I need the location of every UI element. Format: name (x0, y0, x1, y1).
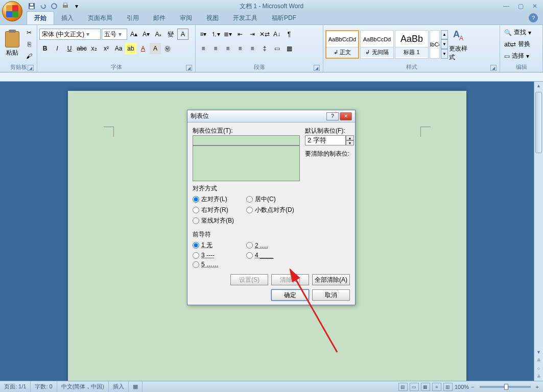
style-more[interactable]: AaBbCcDd (430, 30, 440, 59)
spinner-up[interactable]: ▲ (346, 135, 354, 140)
subscript-button[interactable]: x₂ (88, 43, 100, 54)
redo-icon[interactable] (49, 1, 59, 11)
horizontal-ruler[interactable] (0, 72, 543, 82)
enclose-char-icon[interactable]: ㊙ (162, 43, 173, 54)
status-language[interactable]: 中文(简体，中国) (57, 381, 109, 392)
next-page-icon[interactable]: ≚ (534, 373, 543, 381)
status-insert-mode[interactable]: 插入 (109, 381, 129, 392)
font-launcher[interactable]: ◢ (186, 65, 192, 71)
leader-2-radio[interactable]: 2 ..... (246, 241, 300, 250)
distribute-icon[interactable]: ≡ (247, 43, 258, 54)
select-button[interactable]: ▭选择 ▾ (502, 51, 540, 61)
underline-button[interactable]: U (64, 43, 75, 54)
zoom-level[interactable]: 100% (455, 384, 469, 390)
view-full-screen[interactable]: ▭ (410, 383, 419, 391)
change-styles-button[interactable]: AA 更改样式 (449, 27, 469, 62)
zoom-slider[interactable] (480, 386, 531, 388)
change-case-button[interactable]: Aa (113, 43, 124, 54)
default-tab-input[interactable] (305, 135, 346, 145)
align-right-icon[interactable]: ≡ (222, 43, 233, 54)
align-right-radio[interactable]: 右对齐(R) (193, 206, 246, 214)
tab-foxit[interactable]: 福昕PDF (265, 12, 303, 24)
font-color-button[interactable]: A (137, 43, 149, 54)
increase-indent-icon[interactable]: ⇥ (247, 29, 258, 40)
prev-page-icon[interactable]: ≙ (534, 356, 543, 364)
clipboard-launcher[interactable]: ◢ (28, 65, 34, 71)
dialog-help-button[interactable]: ? (326, 112, 339, 120)
align-center-icon[interactable]: ≡ (210, 43, 221, 54)
align-decimal-radio[interactable]: 小数点对齐(D) (246, 206, 300, 214)
show-marks-icon[interactable]: ¶ (284, 29, 295, 40)
style-heading1[interactable]: AaBb标题 1 (395, 30, 429, 59)
sort-icon[interactable]: A↓ (271, 29, 282, 40)
shading-icon[interactable]: ▭ (271, 43, 282, 54)
decrease-indent-icon[interactable]: ⇤ (234, 29, 246, 40)
style-scroll-up[interactable]: ▲ (441, 30, 448, 40)
view-draft[interactable]: ▥ (443, 383, 453, 391)
superscript-button[interactable]: x² (101, 43, 112, 54)
clear-button[interactable]: 清除(E) (271, 274, 309, 285)
justify-icon[interactable]: ≡ (234, 43, 246, 54)
styles-launcher[interactable]: ◢ (490, 65, 497, 71)
browse-object-icon[interactable]: ○ (534, 364, 543, 373)
scroll-up-icon[interactable]: ▲ (534, 82, 543, 90)
tab-review[interactable]: 审阅 (173, 12, 199, 24)
vertical-scrollbar[interactable]: ▲ ▼ ≙ ○ ≚ (534, 82, 543, 381)
borders-icon[interactable]: ▦ (284, 43, 295, 54)
set-button[interactable]: 设置(S) (230, 274, 268, 285)
tab-layout[interactable]: 页面布局 (81, 12, 120, 24)
grow-font-icon[interactable]: A▴ (128, 29, 139, 40)
save-icon[interactable] (27, 1, 37, 11)
status-macro-icon[interactable]: ▦ (129, 381, 143, 392)
format-painter-icon[interactable]: 🖌 (23, 51, 35, 62)
style-scroll-down[interactable]: ▼ (441, 39, 448, 49)
tab-view[interactable]: 视图 (199, 12, 226, 24)
find-button[interactable]: 🔍查找 ▾ (502, 27, 540, 38)
view-outline[interactable]: ≡ (432, 383, 441, 391)
view-web-layout[interactable]: ▦ (421, 383, 430, 391)
tab-home[interactable]: 开始 (27, 11, 54, 24)
font-size-combo[interactable]: 五号▾ (102, 29, 127, 40)
leader-1-radio[interactable]: 1 无 (193, 241, 246, 250)
status-words[interactable]: 字数: 0 (31, 381, 57, 392)
scroll-down-icon[interactable]: ▼ (534, 348, 543, 356)
strike-button[interactable]: abc (76, 43, 87, 54)
view-print-layout[interactable]: ▤ (398, 383, 408, 391)
zoom-in-button[interactable]: + (536, 384, 539, 390)
align-center-radio[interactable]: 居中(C) (246, 195, 300, 204)
copy-icon[interactable]: ⎘ (23, 39, 35, 50)
help-button[interactable]: ? (529, 13, 538, 22)
replace-button[interactable]: ab⇄替换 (502, 39, 540, 50)
para-launcher[interactable]: ◢ (314, 65, 320, 71)
maximize-button[interactable]: ▢ (514, 2, 527, 10)
tab-position-input[interactable] (193, 135, 300, 145)
numbering-icon[interactable]: ⒈▾ (210, 29, 221, 40)
leader-4-radio[interactable]: 4 ____ (246, 252, 300, 259)
ok-button[interactable]: 确定 (271, 289, 309, 301)
cut-icon[interactable]: ✂ (23, 27, 35, 38)
zoom-out-button[interactable]: − (471, 384, 474, 390)
align-bar-radio[interactable]: 竖线对齐(B) (193, 216, 246, 225)
line-spacing-icon[interactable]: ‡ (259, 43, 270, 54)
style-expand[interactable]: ▼ (441, 49, 448, 59)
minimize-button[interactable]: — (500, 2, 512, 10)
italic-button[interactable]: I (52, 43, 63, 54)
style-no-spacing[interactable]: AaBbCcDd↲ 无间隔 (360, 30, 394, 59)
tab-mailings[interactable]: 邮件 (146, 12, 173, 24)
phonetic-guide-icon[interactable]: 變 (165, 29, 176, 40)
align-left-icon[interactable]: ≡ (198, 43, 209, 54)
highlight-button[interactable]: ab (125, 43, 136, 54)
ltr-icon[interactable]: ✕⇄ (259, 29, 270, 40)
tab-developer[interactable]: 开发工具 (226, 12, 265, 24)
style-normal[interactable]: AaBbCcDd↲ 正文 (325, 30, 359, 59)
spinner-down[interactable]: ▼ (346, 140, 354, 145)
shrink-font-icon[interactable]: A▾ (140, 29, 152, 40)
tab-position-list[interactable] (193, 145, 300, 181)
tab-insert[interactable]: 插入 (54, 12, 81, 24)
font-name-combo[interactable]: 宋体 (中文正文)▾ (39, 29, 101, 40)
office-button[interactable] (2, 1, 22, 21)
dialog-close-button[interactable]: ✕ (340, 112, 352, 120)
bullets-icon[interactable]: ≡▾ (198, 29, 209, 40)
leader-5-radio[interactable]: 5 …… (193, 261, 246, 268)
char-border-icon[interactable]: A (177, 29, 188, 40)
